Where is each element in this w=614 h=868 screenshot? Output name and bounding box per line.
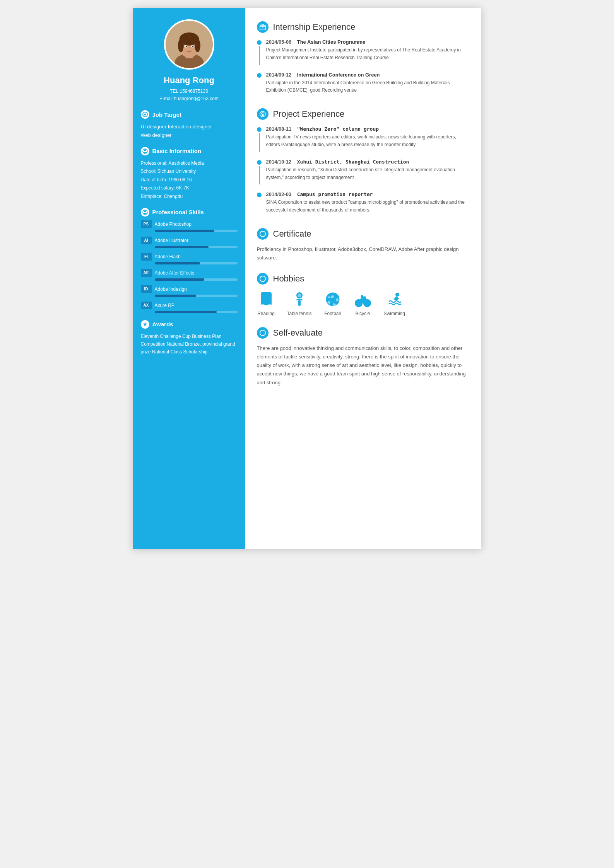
hobbies-section: Hobbies Reading: [257, 273, 468, 316]
hobby-swimming: Swimming: [384, 290, 405, 316]
skill-item: Ai Adobe Illustrator: [141, 237, 238, 248]
certificate-text: Proficiency in Photoshop, Illustrator, A…: [257, 245, 468, 262]
skill-item: Fl Adobe Flash: [141, 253, 238, 264]
swimming-label: Swimming: [384, 311, 405, 316]
timeline-title: Campus promotion reporter: [297, 191, 373, 197]
job-target-title: Job Target: [152, 111, 182, 118]
timeline-date: 2014/08-11: [266, 126, 292, 132]
person-name: Huang Rong: [141, 75, 238, 85]
internship-section: Internship Experience 2014/05-06 The Asi…: [257, 21, 468, 97]
svg-point-22: [260, 231, 265, 237]
self-eval-section: Self-evaluate There are good innovative …: [257, 327, 468, 387]
timeline-dot: [257, 193, 262, 197]
hobbies-row: Reading Table tennis: [257, 290, 468, 316]
svg-rect-26: [296, 299, 303, 300]
skill-bar-fill: [155, 262, 200, 264]
bicycle-icon: [354, 290, 372, 309]
certificate-header: Certificate: [257, 228, 468, 240]
skill-item: AX Axure RP: [141, 302, 238, 313]
timeline-title: Xuhui District, Shanghai Construction: [297, 159, 409, 165]
svg-point-5: [178, 39, 183, 52]
svg-point-9: [185, 46, 187, 47]
svg-rect-27: [298, 300, 301, 306]
contact-info: TEL:15946875136 E-mail:huangrong@163.com: [141, 88, 238, 102]
basic-info-icon: [141, 147, 149, 155]
timeline-dot-col: [257, 158, 262, 185]
project-items: 2014/08-11 "Wenzhou Zero" column group P…: [257, 125, 468, 217]
timeline-desc: Participate in the 2014 International Co…: [266, 79, 468, 95]
resume-container: Huang Rong TEL:15946875136 E-mail:huangr…: [133, 8, 481, 549]
basic-info-list: Professional: Aesthetics Media School: S…: [141, 159, 238, 201]
main-content: Internship Experience 2014/05-06 The Asi…: [245, 8, 481, 549]
job-target-header: Job Target: [141, 110, 238, 119]
skill-bar-fill: [155, 278, 204, 281]
timeline-dot-col: [257, 38, 262, 65]
skill-name: Adobe After Effects: [155, 270, 195, 276]
skill-name: Adobe Flash: [155, 254, 181, 259]
skill-bar-fill: [155, 295, 196, 297]
skill-name: Adobe Photoshop: [155, 222, 192, 227]
timeline-title: "Wenzhou Zero" column group: [297, 126, 379, 132]
internship-icon: [257, 21, 269, 33]
skills-title: Professional Skills: [152, 209, 204, 215]
svg-point-6: [195, 39, 200, 52]
timeline-line: [259, 46, 260, 65]
project-title: Project Experience: [273, 109, 345, 119]
timeline-desc: SINA Corporation to assist new product "…: [266, 199, 468, 214]
svg-point-15: [144, 210, 146, 212]
timeline-title: International Conference on Green: [297, 72, 380, 78]
swimming-icon: [385, 290, 404, 309]
self-eval-text: There are good innovative thinking and c…: [257, 344, 468, 387]
timeline-content: 2014/02-03 Campus promotion reporter SIN…: [266, 191, 468, 217]
skill-badge: Fl: [141, 253, 152, 261]
skill-badge: PS: [141, 220, 152, 228]
basic-info-header: Basic Information: [141, 147, 238, 155]
svg-point-12: [144, 114, 146, 116]
skill-name: Adobe Illustrator: [155, 238, 188, 243]
project-item: 2014/08-11 "Wenzhou Zero" column group P…: [257, 125, 468, 152]
timeline-date: 2014/05-06: [266, 39, 292, 45]
self-eval-icon: [257, 327, 269, 339]
timeline-date: 2014/09-12: [266, 72, 292, 78]
football-label: Football: [324, 311, 341, 316]
hobbies-title: Hobbies: [273, 274, 304, 284]
svg-rect-19: [262, 26, 263, 27]
project-header: Project Experience: [257, 108, 468, 120]
internship-header: Internship Experience: [257, 21, 468, 33]
skill-badge: ID: [141, 285, 152, 293]
certificate-icon: [257, 228, 269, 240]
avatar: [164, 19, 214, 70]
timeline-line: [259, 133, 260, 152]
job-target-icon: [141, 110, 149, 119]
timeline-line: [259, 166, 260, 185]
timeline-dot: [257, 160, 262, 165]
internship-items: 2014/05-06 The Asian Cities Programme Pr…: [257, 38, 468, 97]
timeline-dot-col: [257, 191, 262, 217]
avatar-wrapper: [141, 19, 238, 70]
skill-badge: Ai: [141, 237, 152, 244]
skill-name: Axure RP: [155, 303, 174, 308]
hobbies-header: Hobbies: [257, 273, 468, 285]
awards-title: Awards: [152, 321, 173, 327]
skill-bar-track: [155, 230, 238, 232]
project-section: Project Experience 2014/08-11 "Wenzhou Z…: [257, 108, 468, 217]
bicycle-label: Bicycle: [356, 311, 370, 316]
skills-list: PS Adobe Photoshop Ai Adobe Illustrator …: [141, 220, 238, 313]
skill-bar-track: [155, 262, 238, 264]
skill-item: ID Adobe Indesign: [141, 285, 238, 297]
timeline-date: 2014/10-12: [266, 159, 292, 165]
skill-badge: AE: [141, 269, 152, 277]
reading-label: Reading: [257, 311, 275, 316]
skill-bar-track: [155, 295, 238, 297]
timeline-desc: Project Management Institute participate…: [266, 46, 468, 62]
job-targets: UI designer Interaction designer Web des…: [141, 123, 238, 140]
internship-item: 2014/05-06 The Asian Cities Programme Pr…: [257, 38, 468, 65]
svg-point-38: [395, 293, 399, 297]
hobby-football: Football: [323, 290, 342, 316]
self-eval-title: Self-evaluate: [273, 328, 323, 338]
svg-rect-17: [260, 26, 265, 30]
skill-bar-fill: [155, 246, 209, 248]
timeline-dot: [257, 127, 262, 132]
timeline-content: 2014/09-12 International Conference on G…: [266, 71, 468, 98]
skills-icon: [141, 208, 149, 217]
